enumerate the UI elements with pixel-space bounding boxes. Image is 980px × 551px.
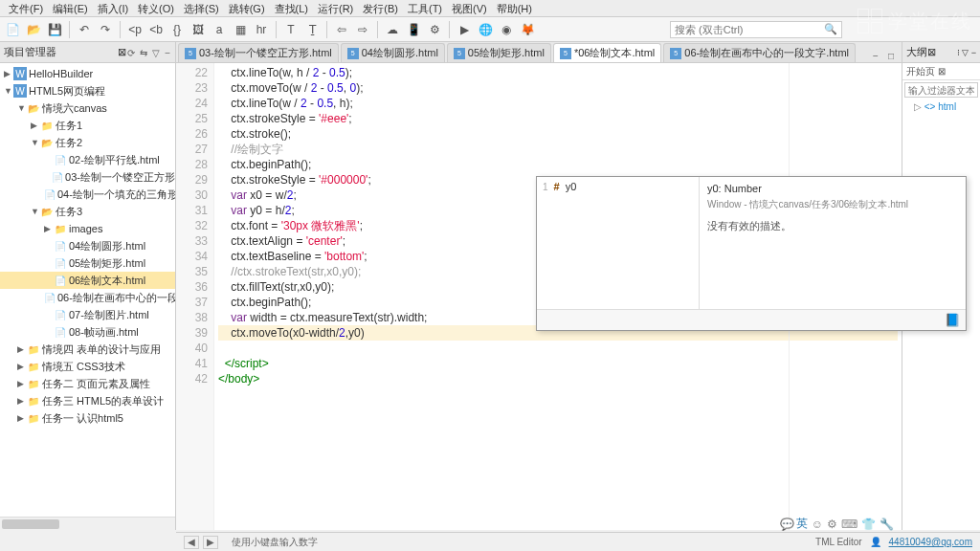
- tree-item[interactable]: 📄06-绘制在画布中心的一段: [0, 289, 175, 306]
- browser-icon[interactable]: 🌐: [477, 21, 494, 38]
- settings-icon[interactable]: ⚙: [426, 21, 443, 38]
- menu-item[interactable]: 编辑(E): [49, 2, 92, 14]
- tree-item[interactable]: ▶📁情境四 表单的设计与应用: [0, 341, 175, 358]
- tag-b-icon[interactable]: <b: [147, 21, 165, 38]
- firefox-icon[interactable]: 🦊: [519, 21, 536, 38]
- editor-tab[interactable]: 506-绘制在画布中心的一段文字.html: [663, 43, 856, 62]
- redo-icon[interactable]: ↷: [97, 21, 114, 38]
- tree-item[interactable]: ▶📁任务1: [0, 117, 175, 134]
- tree-item[interactable]: ▼📂任务2: [0, 134, 175, 151]
- autocomplete-popup[interactable]: 1 # y0 y0: Number Window - 情境六canvas/任务3…: [536, 176, 967, 331]
- search-box[interactable]: 🔍: [670, 21, 842, 38]
- smile-icon[interactable]: ☺: [812, 518, 823, 531]
- editor-tab[interactable]: 505绘制矩形.html: [447, 43, 551, 62]
- tag-p-icon[interactable]: <p: [126, 21, 144, 38]
- open-icon[interactable]: 📂: [25, 21, 42, 38]
- menubar[interactable]: 文件(F)编辑(E)插入(I)转义(O)选择(S)跳转(G)查找(L)运行(R)…: [0, 0, 980, 17]
- tree-item[interactable]: ▶WHelloHBuilder: [0, 65, 175, 82]
- cloud-icon[interactable]: ☁: [384, 21, 401, 38]
- link-icon[interactable]: a: [211, 21, 228, 38]
- tree-item[interactable]: 📄04-绘制一个填充的三角形: [0, 186, 175, 203]
- tree-item[interactable]: ▶📁任务一 认识html5: [0, 409, 175, 427]
- user-icon[interactable]: 👤: [870, 537, 881, 547]
- ime-indicator[interactable]: 💬英: [780, 516, 808, 532]
- outline-item[interactable]: ▷ <> html: [902, 99, 980, 114]
- menu-item[interactable]: 帮助(H): [493, 2, 536, 14]
- menu-item[interactable]: 选择(S): [180, 2, 223, 14]
- refresh-icon[interactable]: ⟳: [127, 48, 135, 58]
- code-line[interactable]: ctx.lineTo(w / 2 - 0.5, h);: [218, 96, 898, 111]
- tree-item[interactable]: ▼📂情境六canvas: [0, 99, 175, 117]
- search-input[interactable]: [675, 24, 824, 35]
- user-email[interactable]: 44810049@qq.com: [889, 537, 972, 547]
- menu-item[interactable]: 转义(O): [134, 2, 178, 14]
- new-file-icon[interactable]: 📄: [4, 21, 21, 38]
- table-icon[interactable]: ▦: [232, 21, 249, 38]
- ime-bar[interactable]: 💬英 ☺ ⚙ ⌨ 👕 🔧: [780, 516, 894, 532]
- editor-tab[interactable]: 504绘制圆形.html: [341, 43, 445, 62]
- editor-tab[interactable]: 5*06绘制文本.html: [553, 43, 661, 62]
- left-arrow-icon[interactable]: ⇦: [333, 21, 350, 38]
- h-icon[interactable]: hr: [253, 21, 270, 38]
- phone-icon[interactable]: 📱: [405, 21, 422, 38]
- code-line[interactable]: ctx.lineTo(w, h / 2 - 0.5);: [218, 65, 898, 80]
- autocomplete-list[interactable]: 1 # y0: [537, 177, 700, 309]
- code-line[interactable]: ctx.beginPath();: [218, 157, 898, 172]
- undo-icon[interactable]: ↶: [76, 21, 93, 38]
- book-icon[interactable]: 📘: [945, 313, 960, 327]
- maximize-icon[interactable]: □: [884, 49, 898, 62]
- tree-item[interactable]: ▼📂任务3: [0, 203, 175, 220]
- tree-item[interactable]: ▶📁任务二 页面元素及属性: [0, 375, 175, 392]
- menu-item[interactable]: 插入(I): [94, 2, 132, 14]
- status-prev-icon[interactable]: ◀: [184, 536, 199, 549]
- skin-icon[interactable]: 👕: [861, 518, 876, 531]
- menu-item[interactable]: 工具(T): [404, 2, 446, 14]
- right-arrow-icon[interactable]: ⇨: [354, 21, 371, 38]
- editor-tab[interactable]: 503-绘制一个镂空正方形.html: [178, 43, 339, 62]
- img-icon[interactable]: 🖼: [189, 21, 207, 38]
- save-icon[interactable]: 💾: [46, 21, 63, 38]
- status-next-icon[interactable]: ▶: [203, 536, 218, 549]
- css-icon[interactable]: {}: [168, 21, 186, 38]
- autocomplete-item[interactable]: 1 # y0: [539, 179, 697, 194]
- minimize-icon[interactable]: −: [869, 49, 882, 62]
- outline-filter[interactable]: [904, 82, 978, 98]
- tree-item[interactable]: 📄02-绘制平行线.html: [0, 151, 175, 168]
- keyboard-icon[interactable]: ⌨: [841, 518, 858, 531]
- tree-item[interactable]: 📄04绘制圆形.html: [0, 237, 175, 254]
- gear-icon[interactable]: ⚙: [827, 518, 837, 531]
- tree-item[interactable]: 📄08-帧动画.html: [0, 323, 175, 341]
- min-icon[interactable]: −: [165, 48, 170, 58]
- search-icon[interactable]: 🔍: [824, 23, 837, 35]
- project-tree[interactable]: ▶WHelloHBuilder▼WHTML5网页编程▼📂情境六canvas▶📁任…: [0, 63, 175, 517]
- tree-item[interactable]: 📄06绘制文本.html: [0, 272, 175, 289]
- code-line[interactable]: ctx.moveTo(w / 2 - 0.5, 0);: [218, 80, 898, 96]
- run-icon[interactable]: ▶: [456, 21, 473, 38]
- menu-item[interactable]: 视图(V): [448, 2, 491, 14]
- editor-tabs[interactable]: 503-绘制一个镂空正方形.html504绘制圆形.html505绘制矩形.ht…: [176, 42, 902, 63]
- outline-tab[interactable]: 大纲: [906, 45, 927, 59]
- tree-item[interactable]: ▶📁任务三 HTML5的表单设计: [0, 392, 175, 409]
- code-line[interactable]: //绘制文字: [218, 142, 898, 157]
- tree-item[interactable]: 📄03-绘制一个镂空正方形: [0, 168, 175, 186]
- code-line[interactable]: ctx.stroke();: [218, 126, 898, 142]
- menu-item[interactable]: 查找(L): [271, 2, 312, 14]
- tree-item[interactable]: ▶📁images: [0, 220, 175, 237]
- code-line[interactable]: [218, 341, 898, 356]
- menu-item[interactable]: 文件(F): [5, 2, 47, 14]
- tree-item[interactable]: 📄05绘制矩形.html: [0, 254, 175, 272]
- tree-item[interactable]: 📄07-绘制图片.html: [0, 306, 175, 323]
- menu-item[interactable]: 发行(B): [359, 2, 402, 14]
- menu-item[interactable]: 跳转(G): [225, 2, 269, 14]
- menu-item[interactable]: 运行(R): [314, 2, 357, 14]
- tree-item[interactable]: ▼WHTML5网页编程: [0, 82, 175, 99]
- tree-item[interactable]: ▶📁情境五 CSS3技术: [0, 358, 175, 375]
- horizontal-scrollbar[interactable]: [0, 517, 175, 530]
- collapse-icon[interactable]: ▽: [152, 48, 160, 58]
- link-editor-icon[interactable]: ⇆: [140, 48, 147, 58]
- code-line[interactable]: </body>: [218, 371, 898, 386]
- text2-icon[interactable]: Ṯ: [303, 21, 321, 38]
- code-line[interactable]: ctx.strokeStyle = '#eee';: [218, 111, 898, 126]
- code-line[interactable]: </script>: [218, 356, 898, 371]
- text-icon[interactable]: T: [282, 21, 300, 38]
